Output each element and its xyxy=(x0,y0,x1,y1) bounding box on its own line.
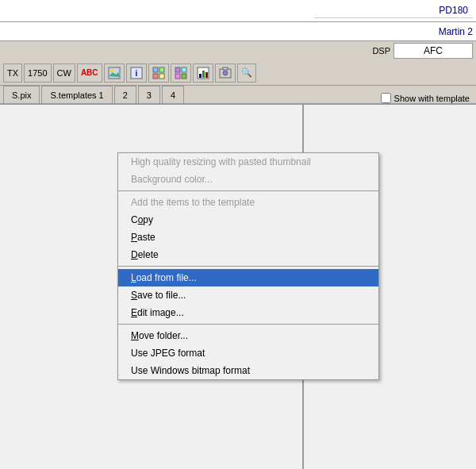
icon-btn-4[interactable] xyxy=(148,63,169,83)
show-template-label: Show with template xyxy=(394,94,470,103)
icon-btn-5[interactable] xyxy=(171,63,191,83)
grid-icon xyxy=(152,67,165,79)
svg-rect-14 xyxy=(199,74,202,78)
show-template-checkbox[interactable] xyxy=(381,93,391,103)
afc-value: AFC xyxy=(424,45,443,56)
menu-edit-image[interactable]: Edit image... xyxy=(118,304,378,321)
menu-load-from-file[interactable]: Load from file... xyxy=(118,269,378,286)
menu-copy[interactable]: Copy xyxy=(118,211,378,229)
menu-background-color: Background color... xyxy=(118,171,378,188)
svg-text:i: i xyxy=(135,69,137,78)
tab-2[interactable]: 2 xyxy=(114,86,136,103)
svg-rect-15 xyxy=(202,71,205,78)
freq-button[interactable]: 1750 xyxy=(24,63,51,83)
camera-icon xyxy=(219,67,232,79)
icon-btn-3[interactable]: i xyxy=(126,63,147,83)
svg-rect-11 xyxy=(175,74,180,79)
afc-box: AFC xyxy=(393,43,473,59)
tab-spix[interactable]: S.pix xyxy=(3,86,40,103)
image-icon xyxy=(108,67,121,79)
search-icon: 🔍 xyxy=(241,67,252,78)
menu-use-jpeg[interactable]: Use JPEG format xyxy=(118,344,378,362)
tab-4[interactable]: 4 xyxy=(162,86,184,103)
menu-high-quality: High quality resizing with pasted thumbn… xyxy=(118,153,378,171)
top-bar-row2: Martin 2 xyxy=(0,22,476,41)
svg-rect-9 xyxy=(175,67,180,72)
svg-rect-10 xyxy=(182,67,186,72)
svg-rect-12 xyxy=(182,74,186,79)
svg-rect-19 xyxy=(223,67,228,70)
svg-rect-16 xyxy=(205,72,208,78)
context-menu: High quality resizing with pasted thumbn… xyxy=(117,152,379,380)
menu-add-items: Add the items to the template xyxy=(118,194,378,211)
menu-paste[interactable]: Paste xyxy=(118,229,378,246)
icon-btn-6[interactable] xyxy=(193,63,213,83)
toolbar: TX 1750 CW ABC i xyxy=(0,60,476,86)
tx-button[interactable]: TX xyxy=(3,63,22,83)
main-area: High quality resizing with pasted thumbn… xyxy=(0,105,476,469)
icon-btn-7[interactable] xyxy=(215,63,236,83)
icon-btn-2[interactable] xyxy=(104,63,125,83)
svg-point-1 xyxy=(110,69,113,72)
dsp-label: DSP xyxy=(372,46,390,56)
search-button[interactable]: 🔍 xyxy=(237,63,256,83)
cw-button[interactable]: CW xyxy=(53,63,75,83)
pd180-text: PD180 xyxy=(314,3,473,18)
svg-rect-6 xyxy=(159,67,164,72)
menu-use-bitmap[interactable]: Use Windows bitmap format xyxy=(118,362,378,379)
multi-icon xyxy=(175,67,187,79)
menu-sep-1 xyxy=(118,190,378,191)
top-bar-row1: PD180 xyxy=(0,0,476,22)
chart-icon xyxy=(197,67,209,79)
abc-icon: ABC xyxy=(81,68,98,77)
show-template-area: Show with template xyxy=(381,93,476,103)
menu-sep-3 xyxy=(118,324,378,325)
svg-point-18 xyxy=(223,71,228,75)
tab-stemplates1[interactable]: S.templates 1 xyxy=(41,86,112,103)
menu-sep-2 xyxy=(118,266,378,267)
svg-rect-5 xyxy=(153,67,158,72)
svg-rect-8 xyxy=(159,74,164,79)
menu-save-to-file[interactable]: Save to file... xyxy=(118,286,378,304)
menu-delete[interactable]: Delete xyxy=(118,246,378,263)
tab-bar: S.pix S.templates 1 2 3 4 Show with temp… xyxy=(0,86,476,105)
icon-btn-1[interactable]: ABC xyxy=(77,63,102,83)
svg-rect-7 xyxy=(153,74,158,79)
dsp-row: DSP AFC xyxy=(0,41,476,60)
martin-text: Martin 2 xyxy=(314,26,473,37)
tab-3[interactable]: 3 xyxy=(138,86,160,103)
menu-move-folder[interactable]: Move folder... xyxy=(118,327,378,344)
info-icon: i xyxy=(130,67,143,79)
